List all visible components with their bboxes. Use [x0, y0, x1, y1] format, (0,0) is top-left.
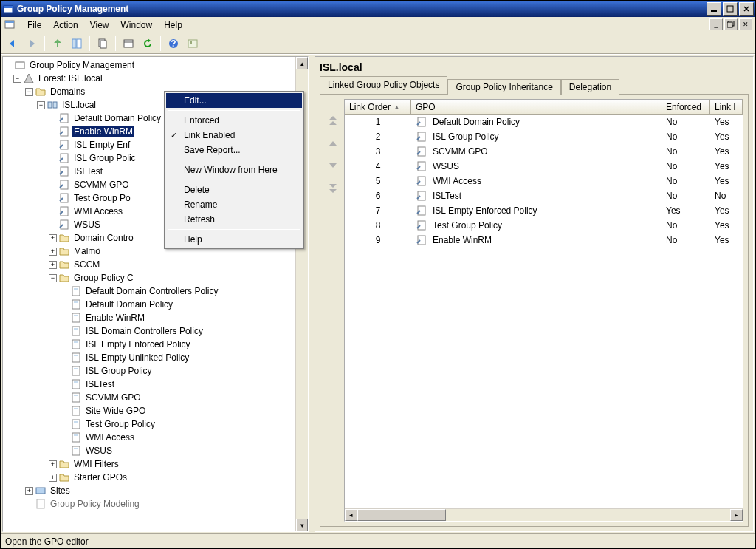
list-hscroll[interactable]: ◂ ▸ [345, 508, 743, 521]
collapse-icon[interactable]: − [13, 75, 21, 83]
tree-starter-gpos[interactable]: + Starter GPOs [4, 471, 306, 484]
col-enforced[interactable]: Enforced [662, 100, 710, 114]
ctx-link-enabled[interactable]: ✓Link Enabled [166, 128, 302, 143]
tree-wmi-filters[interactable]: + WMI Filters [4, 457, 306, 471]
show-hide-tree-button[interactable] [68, 35, 86, 52]
ctx-enforced[interactable]: Enforced [166, 113, 302, 128]
properties-button[interactable] [120, 35, 137, 52]
cell-gpo: WSUS [411, 160, 662, 172]
ctx-refresh[interactable]: Refresh [166, 212, 302, 227]
svg-rect-20 [16, 62, 24, 69]
move-bottom-button[interactable] [326, 180, 340, 195]
tree-gpo[interactable]: ISLTest [4, 378, 306, 391]
svg-rect-22 [48, 102, 52, 108]
copy-button[interactable] [94, 35, 111, 52]
collapse-icon[interactable]: − [49, 274, 57, 282]
tree-gpo[interactable]: Site Wide GPO [4, 404, 306, 417]
list-row[interactable]: 4WSUSNoYes [345, 159, 743, 174]
list-row[interactable]: 8Test Group PolicyNoYes [345, 218, 743, 233]
folder-icon [58, 272, 70, 284]
tree-gpo-container[interactable]: − Group Policy C [4, 271, 306, 284]
scroll-right-button[interactable]: ▸ [730, 509, 743, 521]
list-row[interactable]: 3SCVMM GPONoYes [345, 144, 743, 159]
scroll-left-button[interactable]: ◂ [345, 509, 357, 521]
tab-linked-gpos[interactable]: Linked Group Policy Objects [320, 76, 447, 94]
options-button[interactable] [184, 35, 202, 52]
expand-icon[interactable]: + [49, 474, 57, 482]
list-row[interactable]: 2ISL Group PolicyNoYes [345, 129, 743, 144]
back-button[interactable] [4, 35, 21, 52]
list-header: Link Order▲ GPO Enforced Link I [345, 100, 743, 115]
list-row[interactable]: 6ISLTestNoNo [345, 188, 743, 203]
list-row[interactable]: 9Enable WinRMNoYes [345, 233, 743, 248]
tree-gpo[interactable]: WSUS [4, 444, 306, 457]
forward-button[interactable] [23, 35, 41, 52]
tree-gp-modeling[interactable]: Group Policy Modeling [4, 497, 306, 511]
ctx-edit[interactable]: Edit... [166, 93, 302, 108]
tree-gpo[interactable]: SCVMM GPO [4, 391, 306, 404]
list-row[interactable]: 7ISL Empty Enforced PolicyYesYes [345, 203, 743, 218]
tree-forest[interactable]: − Forest: ISL.local [4, 72, 306, 85]
menu-action[interactable]: Action [47, 18, 83, 32]
expand-icon[interactable]: + [49, 261, 57, 269]
tree-node-label: Default Domain Policy [72, 112, 162, 124]
tree-gpo[interactable]: Default Domain Policy [4, 298, 306, 311]
scroll-down-button[interactable]: ▾ [296, 519, 308, 531]
tree-gpo[interactable]: ISL Group Policy [4, 364, 306, 378]
tree-gpo[interactable]: Test Group Policy [4, 417, 306, 431]
up-button[interactable] [49, 35, 66, 52]
tree-ou[interactable]: +SCCM [4, 258, 306, 271]
list-row[interactable]: 5WMI AccessNoYes [345, 174, 743, 188]
expand-icon[interactable]: + [49, 248, 57, 256]
tree-root[interactable]: Group Policy Management [4, 58, 306, 72]
expand-icon[interactable]: + [49, 234, 57, 242]
maximize-button[interactable] [723, 2, 738, 16]
cell-enforced: No [662, 220, 710, 231]
tree-gpo[interactable]: ISL Empty Enforced Policy [4, 338, 306, 351]
tree-node-label: ISLTest [72, 166, 104, 177]
list-row[interactable]: 1Default Domain PolicyNoYes [345, 115, 743, 129]
menu-window[interactable]: Window [115, 18, 159, 32]
menu-file[interactable]: File [21, 18, 47, 32]
ctx-new-window[interactable]: New Window from Here [166, 163, 302, 177]
menu-view[interactable]: View [84, 18, 115, 32]
scroll-up-button[interactable]: ▴ [296, 57, 308, 69]
tree-gpo[interactable]: ISL Empty Unlinked Policy [4, 351, 306, 364]
scroll-thumb[interactable] [357, 509, 446, 521]
ctx-help[interactable]: Help [166, 232, 302, 247]
move-up-button[interactable] [326, 136, 340, 151]
tree-sites[interactable]: + Sites [4, 484, 306, 497]
minimize-button[interactable] [707, 2, 721, 16]
tree-gpo[interactable]: WMI Access [4, 431, 306, 444]
splitter[interactable] [310, 55, 313, 533]
move-top-button[interactable] [326, 114, 340, 129]
ctx-save-report[interactable]: Save Report... [166, 143, 302, 157]
help-button[interactable]: ? [165, 35, 182, 52]
refresh-button[interactable] [139, 35, 157, 52]
expand-icon[interactable]: + [25, 487, 33, 495]
tree-node-label: SCCM [72, 259, 101, 270]
col-link-order[interactable]: Link Order▲ [345, 100, 411, 114]
svg-rect-69 [418, 236, 425, 245]
mdi-close-button[interactable]: ✕ [739, 18, 752, 30]
mdi-minimize-button[interactable]: _ [709, 18, 723, 30]
ctx-rename[interactable]: Rename [166, 197, 302, 212]
tabs: Linked Group Policy Objects Group Policy… [320, 78, 749, 94]
tree-gpo[interactable]: Enable WinRM [4, 311, 306, 324]
gpo-link-icon [416, 205, 427, 216]
col-gpo[interactable]: GPO [411, 100, 662, 114]
move-down-button[interactable] [326, 158, 340, 173]
mdi-restore-button[interactable] [724, 18, 738, 30]
expand-icon[interactable]: + [49, 460, 57, 468]
tab-delegation[interactable]: Delegation [561, 79, 619, 95]
tree-gpo[interactable]: ISL Domain Controllers Policy [4, 324, 306, 338]
col-link[interactable]: Link I [710, 100, 743, 114]
menu-help[interactable]: Help [158, 18, 188, 32]
tab-gp-inheritance[interactable]: Group Policy Inheritance [447, 79, 560, 95]
close-button[interactable] [739, 2, 754, 16]
ctx-delete[interactable]: Delete [166, 183, 302, 197]
toolbar: ? [1, 33, 755, 54]
collapse-icon[interactable]: − [25, 88, 33, 96]
collapse-icon[interactable]: − [37, 101, 45, 109]
tree-gpo[interactable]: Default Domain Controllers Policy [4, 284, 306, 298]
